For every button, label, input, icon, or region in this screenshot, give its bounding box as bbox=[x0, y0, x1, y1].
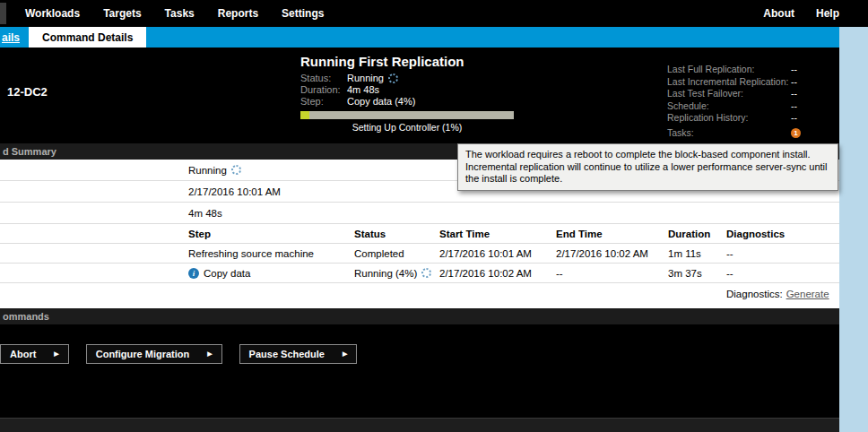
field-label: Last Incremental Replication: bbox=[667, 76, 791, 89]
status-row: Status: Running bbox=[300, 73, 525, 84]
command-details-screen: Workloads Targets Tasks Reports Settings… bbox=[0, 0, 868, 432]
nav-item-reports[interactable]: Reports bbox=[218, 7, 258, 20]
summary-duration-value: 4m 48s bbox=[188, 208, 222, 219]
replication-status-block: Running First Replication Status: Runnin… bbox=[300, 54, 525, 133]
cell-status: Running (4%) bbox=[354, 268, 439, 279]
nav-item-settings[interactable]: Settings bbox=[282, 7, 324, 20]
substep-text: Setting Up Controller (1%) bbox=[300, 122, 514, 133]
abort-button[interactable]: Abort ▶ bbox=[0, 344, 69, 364]
last-incremental-replication-row: Last Incremental Replication: -- bbox=[667, 76, 836, 89]
table-row: i Copy data Running (4%) 2/17/2016 10:02… bbox=[0, 264, 839, 283]
workload-header: 12-DC2 Running First Replication Status:… bbox=[0, 48, 839, 143]
field-label: Schedule: bbox=[667, 100, 791, 113]
generate-diagnostics-link[interactable]: Generate bbox=[786, 289, 829, 299]
spinner-icon bbox=[231, 165, 241, 175]
duration-label: Duration: bbox=[300, 84, 347, 96]
field-value: -- bbox=[791, 64, 797, 76]
field-label: Last Full Replication: bbox=[667, 64, 791, 76]
cell-duration: 3m 37s bbox=[668, 268, 726, 279]
cell-end-time: -- bbox=[556, 268, 668, 279]
field-value: -- bbox=[791, 76, 797, 89]
replication-summary-fields: Last Full Replication: -- Last Increment… bbox=[667, 64, 836, 139]
nav-item-about[interactable]: About bbox=[763, 7, 794, 20]
menu-arrow-icon: ▶ bbox=[207, 350, 212, 358]
col-header-diagnostics: Diagnostics bbox=[726, 229, 839, 239]
replication-progress-fill bbox=[300, 111, 309, 119]
replication-progress-bar bbox=[300, 111, 514, 119]
steps-table-header: Step Status Start Time End Time Duration… bbox=[0, 224, 839, 244]
abort-button-label: Abort bbox=[10, 349, 36, 359]
spinner-icon bbox=[421, 268, 431, 278]
body: ails Command Details 12-DC2 Running Firs… bbox=[0, 27, 868, 432]
section-command-summary-title: d Summary bbox=[3, 146, 56, 157]
field-value: -- bbox=[791, 100, 797, 113]
top-nav-bar: Workloads Targets Tasks Reports Settings… bbox=[0, 0, 868, 27]
workload-name: 12-DC2 bbox=[7, 85, 48, 99]
replication-history-row: Replication History: -- bbox=[667, 112, 836, 125]
cell-start-time: 2/17/2016 10:02 AM bbox=[439, 268, 556, 279]
logo-fragment bbox=[0, 3, 6, 24]
tab-workload-details-fragment[interactable]: ails bbox=[0, 27, 27, 48]
col-header-duration: Duration bbox=[668, 229, 726, 239]
col-header-start-time: Start Time bbox=[439, 229, 556, 239]
step-value: Copy data (4%) bbox=[347, 96, 415, 108]
menu-arrow-icon: ▶ bbox=[343, 350, 347, 358]
tab-bar: ails Command Details bbox=[0, 27, 839, 48]
nav-item-tasks[interactable]: Tasks bbox=[165, 7, 195, 20]
menu-arrow-icon: ▶ bbox=[54, 350, 58, 358]
duration-value: 4m 48s bbox=[347, 84, 379, 96]
configure-migration-button[interactable]: Configure Migration ▶ bbox=[86, 344, 222, 364]
col-header-status: Status bbox=[354, 229, 439, 239]
schedule-row: Schedule: -- bbox=[667, 100, 836, 113]
duration-row: Duration: 4m 48s bbox=[300, 84, 525, 96]
cell-status-text: Running (4%) bbox=[354, 268, 417, 279]
status-label: Status: bbox=[300, 73, 347, 84]
tasks-alert-badge-icon[interactable]: 1 bbox=[791, 128, 801, 138]
right-rail bbox=[839, 27, 868, 432]
col-header-step: Step bbox=[188, 229, 354, 239]
replication-title: Running First Replication bbox=[300, 54, 525, 69]
pause-schedule-button-label: Pause Schedule bbox=[249, 349, 325, 359]
main-column: ails Command Details 12-DC2 Running Firs… bbox=[0, 27, 839, 432]
col-header-end-time: End Time bbox=[556, 229, 668, 239]
info-icon[interactable]: i bbox=[188, 268, 199, 279]
status-value: Running bbox=[347, 73, 384, 84]
diagnostics-label: Diagnostics: bbox=[726, 289, 783, 299]
cell-diagnostics: -- bbox=[726, 268, 839, 279]
reboot-tooltip: The workload requires a reboot to comple… bbox=[457, 143, 838, 191]
cell-step: i Copy data bbox=[188, 268, 354, 279]
last-test-failover-row: Last Test Failover: -- bbox=[667, 88, 836, 100]
spinner-icon bbox=[388, 73, 398, 83]
footer-bar bbox=[0, 418, 839, 432]
nav-item-targets[interactable]: Targets bbox=[103, 7, 141, 20]
cell-step-text: Copy data bbox=[204, 268, 250, 279]
tasks-label: Tasks: bbox=[667, 127, 791, 140]
section-commands: ommands bbox=[0, 308, 839, 324]
summary-start-time-value: 2/17/2016 10:01 AM bbox=[188, 186, 281, 197]
table-row: Refreshing source machine Completed 2/17… bbox=[0, 244, 839, 264]
diagnostics-row: Diagnostics: Generate bbox=[0, 283, 839, 305]
cell-duration: 1m 11s bbox=[668, 248, 726, 259]
summary-duration-row: 4m 48s bbox=[0, 203, 839, 224]
field-value: -- bbox=[791, 88, 797, 100]
step-label: Step: bbox=[300, 96, 347, 108]
summary-status-value: Running bbox=[188, 165, 227, 176]
last-full-replication-row: Last Full Replication: -- bbox=[667, 64, 836, 76]
utility-nav: About Help bbox=[763, 7, 868, 20]
cell-step: Refreshing source machine bbox=[188, 248, 354, 259]
cell-status: Completed bbox=[354, 248, 439, 259]
tasks-row: Tasks: 1 bbox=[667, 127, 836, 140]
cell-end-time: 2/17/2016 10:02 AM bbox=[556, 248, 668, 259]
step-row: Step: Copy data (4%) bbox=[300, 96, 525, 108]
cell-diagnostics: -- bbox=[726, 248, 839, 259]
pause-schedule-button[interactable]: Pause Schedule ▶ bbox=[239, 344, 358, 364]
field-label: Replication History: bbox=[667, 112, 791, 125]
cell-start-time: 2/17/2016 10:01 AM bbox=[439, 248, 556, 259]
field-label: Last Test Failover: bbox=[667, 88, 791, 100]
section-commands-title: ommands bbox=[3, 311, 49, 322]
tab-command-details[interactable]: Command Details bbox=[29, 27, 146, 48]
configure-migration-button-label: Configure Migration bbox=[96, 349, 190, 359]
nav-item-workloads[interactable]: Workloads bbox=[25, 7, 80, 20]
commands-panel: Abort ▶ Configure Migration ▶ Pause Sche… bbox=[0, 324, 839, 418]
nav-item-help[interactable]: Help bbox=[816, 7, 839, 20]
